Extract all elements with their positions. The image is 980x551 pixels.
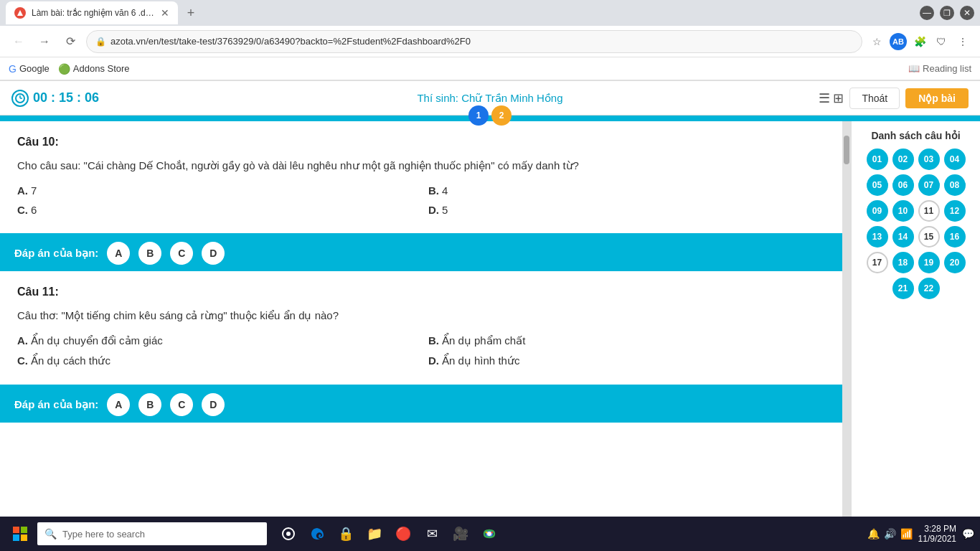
- time-display[interactable]: 3:28 PM 11/9/2021: [918, 524, 956, 544]
- header-actions: ☰ ⊞ Thoát Nộp bài: [819, 88, 969, 109]
- question-number-12[interactable]: 12: [944, 200, 966, 222]
- answer-10-a[interactable]: A: [107, 242, 130, 265]
- sidebar: Danh sách câu hỏi 0102030405060708091011…: [851, 121, 980, 517]
- tab-favicon: [14, 7, 26, 19]
- option-11-a[interactable]: A. Ẩn dụ chuyển đổi cảm giác: [17, 334, 414, 347]
- option-11-a-text: Ẩn dụ chuyển đổi cảm giác: [31, 334, 163, 347]
- scrollbar[interactable]: [842, 121, 851, 517]
- list-view-icon[interactable]: ☰: [819, 90, 830, 106]
- question-number-08[interactable]: 08: [944, 174, 966, 196]
- start-button[interactable]: [6, 519, 34, 548]
- option-11-a-label: A.: [17, 334, 28, 347]
- question-number-17[interactable]: 17: [867, 252, 888, 273]
- task-view-icon[interactable]: [275, 521, 301, 547]
- edge-icon[interactable]: [304, 521, 330, 547]
- back-button[interactable]: ←: [9, 32, 29, 52]
- option-10-d[interactable]: D. 5: [428, 204, 825, 216]
- view-toggle: ☰ ⊞: [819, 90, 844, 106]
- answer-11-c[interactable]: C: [170, 393, 193, 416]
- bookmark-google[interactable]: G Google: [9, 63, 50, 75]
- question-number-20[interactable]: 20: [944, 252, 966, 273]
- answer-10-b[interactable]: B: [138, 242, 161, 265]
- option-10-b-label: B.: [428, 184, 439, 197]
- shield-icon[interactable]: 🛡: [933, 33, 950, 50]
- question-number-04[interactable]: 04: [944, 149, 966, 170]
- option-11-d-text: Ẩn dụ hình thức: [442, 354, 519, 367]
- svg-rect-4: [13, 527, 19, 533]
- search-icon: 🔍: [44, 528, 57, 540]
- window-minimize-button[interactable]: —: [920, 6, 934, 20]
- question-number-14[interactable]: 14: [892, 226, 914, 248]
- extensions-icon[interactable]: 🧩: [911, 33, 928, 50]
- answer-11-a[interactable]: A: [107, 393, 130, 416]
- option-10-a-text: 7: [31, 184, 37, 197]
- files-icon[interactable]: 📁: [362, 521, 387, 547]
- google-icon: G: [9, 63, 17, 75]
- menu-icon[interactable]: ⋮: [954, 33, 971, 50]
- active-tab[interactable]: Làm bài: trắc nghiệm văn 6 .docx ✕: [6, 1, 178, 24]
- question-number-18[interactable]: 18: [892, 252, 914, 273]
- question-number-11[interactable]: 11: [918, 200, 940, 222]
- progress-dot-2: 2: [491, 105, 512, 126]
- answer-11-b[interactable]: B: [138, 393, 161, 416]
- question-10-block: Câu 10: Cho câu sau: "Cái chàng Dế Choắt…: [0, 121, 842, 235]
- question-number-22[interactable]: 22: [918, 278, 940, 299]
- tab-close-button[interactable]: ✕: [161, 7, 169, 19]
- window-close-button[interactable]: ✕: [960, 6, 974, 20]
- security-icon[interactable]: 🔒: [333, 521, 359, 547]
- question-number-15[interactable]: 15: [918, 226, 940, 248]
- star-icon[interactable]: ☆: [868, 33, 885, 50]
- question-number-09[interactable]: 09: [867, 200, 888, 222]
- option-10-b-text: 4: [442, 184, 448, 197]
- grid-view-icon[interactable]: ⊞: [833, 90, 844, 106]
- question-number-05[interactable]: 05: [867, 174, 888, 196]
- refresh-button[interactable]: ⟳: [60, 32, 80, 52]
- thoat-button[interactable]: Thoát: [849, 88, 900, 109]
- window-restore-button[interactable]: ❒: [940, 6, 954, 20]
- answer-bar-10: Đáp án của bạn: A B C D: [0, 235, 842, 271]
- answer-10-d[interactable]: D: [202, 242, 225, 265]
- question-number-03[interactable]: 03: [918, 149, 940, 170]
- nop-bai-button[interactable]: Nộp bài: [905, 88, 969, 108]
- forward-button[interactable]: →: [34, 32, 55, 52]
- option-11-b[interactable]: B. Ẩn dụ phẩm chất: [428, 334, 825, 347]
- answer-11-d[interactable]: D: [202, 393, 225, 416]
- network-icon[interactable]: 📶: [900, 528, 913, 540]
- notification-icon[interactable]: 🔔: [867, 528, 880, 540]
- mail-icon[interactable]: ✉: [419, 521, 445, 547]
- question-10-title: Câu 10:: [17, 136, 825, 149]
- question-number-16[interactable]: 16: [944, 226, 966, 248]
- option-11-d-label: D.: [428, 354, 439, 367]
- question-number-01[interactable]: 01: [867, 149, 888, 170]
- new-tab-button[interactable]: +: [181, 3, 201, 23]
- lock-icon: 🔒: [95, 37, 106, 47]
- scrollbar-thumb[interactable]: [844, 136, 849, 164]
- taskbar-icons: 🔒 📁 🔴 ✉ 🎥: [275, 521, 502, 547]
- question-number-19[interactable]: 19: [918, 252, 940, 273]
- profile-button[interactable]: AB: [890, 33, 907, 50]
- video-icon[interactable]: 🎥: [448, 521, 473, 547]
- taskbar-search[interactable]: 🔍 Type here to search: [37, 522, 267, 545]
- option-11-d[interactable]: D. Ẩn dụ hình thức: [428, 354, 825, 367]
- volume-icon[interactable]: 🔊: [884, 528, 896, 540]
- question-number-02[interactable]: 02: [892, 149, 914, 170]
- question-number-07[interactable]: 07: [918, 174, 940, 196]
- option-11-c[interactable]: C. Ẩn dụ cách thức: [17, 354, 414, 367]
- question-number-10[interactable]: 10: [892, 200, 914, 222]
- content-area: Câu 10: Cho câu sau: "Cái chàng Dế Choắt…: [0, 121, 842, 517]
- chrome-icon[interactable]: [476, 521, 502, 547]
- answer-10-c[interactable]: C: [170, 242, 193, 265]
- option-10-a[interactable]: A. 7: [17, 184, 414, 197]
- address-bar[interactable]: 🔒 azota.vn/en/test/take-test/3763929/0/a…: [86, 30, 862, 53]
- question-number-06[interactable]: 06: [892, 174, 914, 196]
- app-icon-red[interactable]: 🔴: [390, 521, 416, 547]
- notification-center-icon[interactable]: 💬: [962, 528, 974, 540]
- question-number-21[interactable]: 21: [892, 278, 914, 299]
- question-number-13[interactable]: 13: [867, 226, 888, 248]
- reading-list-button[interactable]: 📖 Reading list: [908, 63, 971, 74]
- option-10-b[interactable]: B. 4: [428, 184, 825, 197]
- sidebar-title: Danh sách câu hỏi: [860, 130, 971, 141]
- option-10-c[interactable]: C. 6: [17, 204, 414, 216]
- bookmark-addons[interactable]: 🟢 Addons Store: [58, 63, 130, 75]
- search-placeholder-text: Type here to search: [62, 529, 145, 540]
